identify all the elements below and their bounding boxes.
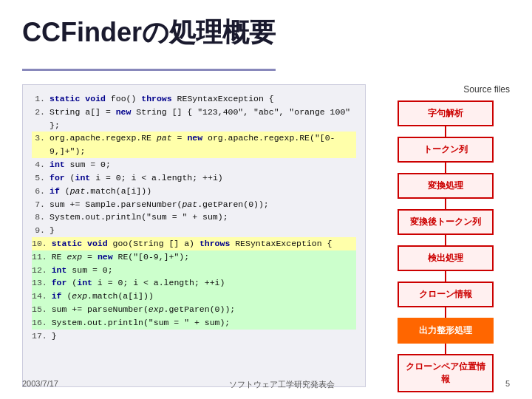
code-line: 1.static void foo() throws RESyntaxExcep… bbox=[32, 92, 356, 106]
code-line: 6. if (pat.match(a[i])) bbox=[32, 185, 356, 198]
line-code: int sum = 0; bbox=[50, 158, 111, 171]
line-number: 8. bbox=[32, 211, 45, 224]
code-line: 9.} bbox=[32, 224, 356, 237]
line-code: sum += parseNumber(exp.getParen(0)); bbox=[52, 303, 235, 316]
line-code: org.apache.regexp.RE pat = new org.apach… bbox=[50, 132, 356, 158]
line-number: 5. bbox=[32, 171, 45, 185]
line-code: int sum = 0; bbox=[52, 264, 113, 277]
line-code: System.out.println("sum = " + sum); bbox=[52, 316, 231, 330]
code-line: 8. System.out.println("sum = " + sum); bbox=[32, 211, 356, 224]
line-number: 10. bbox=[32, 237, 47, 250]
page-title: CCFinderの処理概要 bbox=[22, 15, 276, 51]
footer-date: 2003/7/17 bbox=[22, 379, 58, 390]
flow-arrow bbox=[445, 163, 446, 173]
footer-page: 5 bbox=[505, 379, 510, 390]
flow-box: 出力整形処理 bbox=[398, 318, 494, 344]
line-code: } bbox=[52, 330, 57, 343]
line-code: for (int i = 0; i < a.length; ++i) bbox=[52, 276, 225, 290]
flow-box: 変換処理 bbox=[398, 173, 494, 199]
code-line: 5. for (int i = 0; i < a.length; ++i) bbox=[32, 171, 356, 185]
line-number: 13. bbox=[32, 276, 47, 290]
flow-arrow bbox=[445, 126, 446, 137]
line-code: } bbox=[50, 224, 55, 237]
line-code: String a[] = new String [] { "123,400", … bbox=[50, 106, 356, 132]
line-code: static void foo() throws RESyntaxExcepti… bbox=[50, 92, 274, 106]
line-number: 9. bbox=[32, 224, 45, 237]
flow-arrow bbox=[445, 271, 446, 282]
line-number: 17. bbox=[32, 330, 47, 343]
code-line: 11. RE exp = new RE("[0-9,]+"); bbox=[32, 250, 356, 264]
slide: CCFinderの処理概要 1.static void foo() throws… bbox=[0, 0, 532, 399]
content-area: 1.static void foo() throws RESyntaxExcep… bbox=[22, 84, 510, 387]
code-line: 15. sum += parseNumber(exp.getParen(0)); bbox=[32, 303, 356, 316]
code-line: 7. sum += Sample.parseNumber(pat.getPare… bbox=[32, 198, 356, 211]
flow-arrow bbox=[445, 199, 446, 209]
line-code: static void goo(String [] a) throws RESy… bbox=[52, 237, 332, 250]
line-number: 4. bbox=[32, 158, 45, 171]
flow-arrow bbox=[445, 307, 446, 318]
footer-conference: ソフトウェア工学研究発表会 bbox=[229, 379, 335, 390]
code-line: 10.static void goo(String [] a) throws R… bbox=[32, 237, 356, 250]
right-panel: Source files 字句解析トークン列変換処理変換後トークン列検出処理クロ… bbox=[381, 84, 510, 387]
line-number: 1. bbox=[32, 92, 45, 106]
line-number: 14. bbox=[32, 290, 47, 303]
flowchart: 字句解析トークン列変換処理変換後トークン列検出処理クローン情報出力整形処理クロー… bbox=[381, 100, 510, 392]
code-line: 13. for (int i = 0; i < a.length; ++i) bbox=[32, 276, 356, 290]
code-line: 14. if (exp.match(a[i])) bbox=[32, 290, 356, 303]
line-number: 6. bbox=[32, 185, 45, 198]
line-number: 7. bbox=[32, 198, 45, 211]
line-number: 2. bbox=[32, 106, 45, 132]
code-line: 17.} bbox=[32, 330, 356, 343]
line-code: if (exp.match(a[i])) bbox=[52, 290, 154, 303]
line-code: sum += Sample.parseNumber(pat.getParen(0… bbox=[50, 198, 269, 211]
flow-arrow bbox=[445, 235, 446, 245]
line-code: System.out.println("sum = " + sum); bbox=[50, 211, 228, 224]
flow-box: トークン列 bbox=[398, 137, 494, 163]
line-number: 12. bbox=[32, 264, 47, 277]
code-line: 16. System.out.println("sum = " + sum); bbox=[32, 316, 356, 330]
line-code: RE exp = new RE("[0-9,]+"); bbox=[52, 250, 189, 264]
source-label: Source files bbox=[381, 84, 510, 95]
flow-box: クローン情報 bbox=[398, 282, 494, 307]
line-number: 16. bbox=[32, 316, 47, 330]
flow-box: 変換後トークン列 bbox=[398, 209, 494, 235]
footer: 2003/7/17 ソフトウェア工学研究発表会 5 bbox=[0, 379, 532, 390]
code-panel: 1.static void foo() throws RESyntaxExcep… bbox=[22, 84, 366, 387]
flow-box: 字句解析 bbox=[398, 100, 494, 126]
line-number: 15. bbox=[32, 303, 47, 316]
line-code: if (pat.match(a[i])) bbox=[50, 185, 151, 198]
code-line: 2. String a[] = new String [] { "123,400… bbox=[32, 106, 356, 132]
line-code: for (int i = 0; i < a.length; ++i) bbox=[50, 171, 223, 185]
flow-arrow bbox=[445, 344, 446, 354]
flow-box: 検出処理 bbox=[398, 245, 494, 271]
line-number: 11. bbox=[32, 250, 47, 264]
code-line: 3. org.apache.regexp.RE pat = new org.ap… bbox=[32, 132, 356, 158]
code-line: 12. int sum = 0; bbox=[32, 264, 356, 277]
line-number: 3. bbox=[32, 132, 45, 158]
code-line: 4. int sum = 0; bbox=[32, 158, 356, 171]
